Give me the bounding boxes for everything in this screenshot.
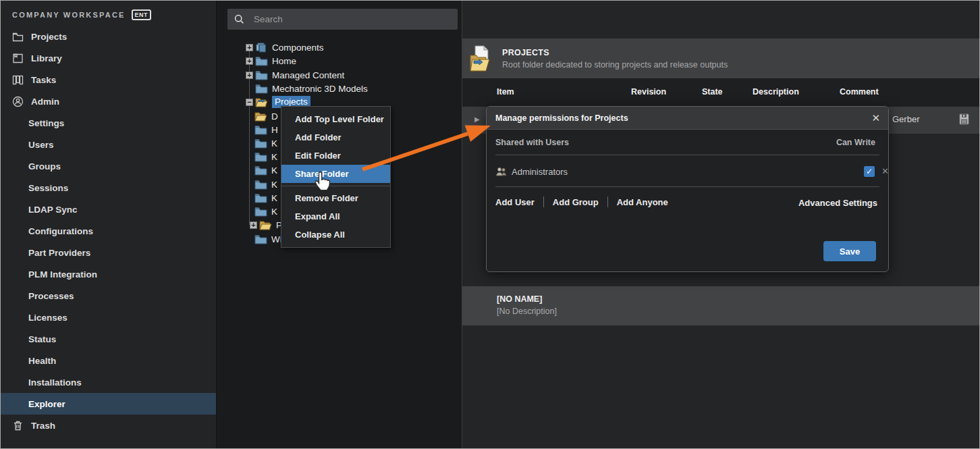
sidebar-item-explorer[interactable]: Explorer bbox=[0, 393, 216, 415]
sidebar-item-label: Projects bbox=[31, 32, 67, 42]
sidebar-item-plm-integration[interactable]: PLM Integration bbox=[0, 263, 216, 285]
menu-item-expand-all[interactable]: Expand All bbox=[281, 207, 390, 226]
sidebar-item-users[interactable]: Users bbox=[0, 134, 216, 155]
can-write-label: Can Write bbox=[836, 138, 875, 147]
folder-icon bbox=[255, 84, 268, 94]
search-box[interactable] bbox=[227, 9, 458, 30]
menu-item-add-folder[interactable]: Add Folder bbox=[281, 128, 390, 147]
tree-node-managed-content[interactable]: + Managed Content bbox=[217, 68, 462, 82]
sidebar-item-label: PLM Integration bbox=[28, 269, 97, 280]
sidebar-item-health[interactable]: Health bbox=[0, 350, 216, 371]
empty-item-name: [NO NAME] bbox=[497, 294, 980, 304]
tree-node-label: Components bbox=[272, 43, 324, 53]
menu-separator bbox=[281, 186, 390, 186]
menu-item-share-folder[interactable]: Share Folder bbox=[281, 165, 390, 183]
tree-expander-icon[interactable]: + bbox=[246, 44, 253, 51]
column-state[interactable]: State bbox=[702, 87, 723, 97]
sidebar-item-configurations[interactable]: Configurations bbox=[0, 220, 216, 242]
sidebar-item-tasks[interactable]: Tasks bbox=[0, 69, 216, 90]
components-icon bbox=[255, 43, 268, 53]
tree-node-mechatronic-3d-models[interactable]: Mechatronic 3D Models bbox=[217, 82, 462, 95]
sidebar-item-licenses[interactable]: Licenses bbox=[0, 307, 216, 328]
enterprise-badge: ENT bbox=[132, 9, 152, 20]
sidebar-item-library[interactable]: Library bbox=[0, 47, 216, 69]
column-revision[interactable]: Revision bbox=[631, 87, 666, 97]
can-write-checkbox[interactable]: ✓ bbox=[864, 166, 875, 177]
search-icon bbox=[234, 14, 244, 24]
column-comment[interactable]: Comment bbox=[840, 87, 879, 97]
sidebar-item-processes[interactable]: Processes bbox=[0, 285, 216, 307]
folder-icon bbox=[254, 207, 267, 217]
tree-expander-icon[interactable]: − bbox=[246, 99, 253, 106]
sidebar-item-label: Licenses bbox=[28, 313, 67, 323]
tree-node-label: Home bbox=[272, 56, 296, 66]
sidebar-item-status[interactable]: Status bbox=[0, 328, 216, 350]
sidebar-item-settings[interactable]: Settings bbox=[0, 112, 216, 134]
tree-node-home[interactable]: + Home bbox=[217, 54, 462, 68]
advanced-settings-button[interactable]: Advanced Settings bbox=[798, 198, 877, 208]
dialog-title: Manage permissions for Projects bbox=[495, 113, 628, 123]
trash-icon bbox=[12, 420, 24, 431]
divider bbox=[495, 155, 879, 155]
menu-item-add-top-level-folder[interactable]: Add Top Level Folder bbox=[281, 110, 390, 128]
folder-icon bbox=[255, 70, 268, 80]
folder-icon bbox=[12, 31, 24, 43]
add-user-button[interactable]: Add User bbox=[495, 197, 535, 207]
column-description[interactable]: Description bbox=[753, 87, 799, 97]
sidebar-item-label: Users bbox=[28, 140, 54, 150]
divider bbox=[607, 196, 608, 207]
sidebar-item-trash[interactable]: Trash bbox=[0, 415, 216, 436]
tree-node-label: Managed Content bbox=[272, 70, 344, 80]
group-name: Administrators bbox=[512, 167, 568, 177]
menu-item-edit-folder[interactable]: Edit Folder bbox=[281, 147, 390, 165]
sidebar-item-label: LDAP Sync bbox=[28, 205, 78, 215]
folder-icon bbox=[254, 125, 267, 135]
folder-icon bbox=[254, 180, 267, 190]
app-window: COMPANY WORKSPACE ENT Projects Library bbox=[0, 0, 980, 449]
menu-item-collapse-all[interactable]: Collapse All bbox=[281, 226, 390, 244]
sidebar-item-groups[interactable]: Groups bbox=[0, 155, 216, 177]
sidebar-item-label: Health bbox=[28, 356, 56, 366]
sidebar-item-projects[interactable]: Projects bbox=[0, 26, 216, 47]
tree-node-label: K bbox=[271, 207, 277, 217]
tree-node-label: K bbox=[271, 138, 277, 149]
sidebar-item-label: Trash bbox=[31, 421, 55, 431]
menu-item-remove-folder[interactable]: Remove Folder bbox=[281, 189, 390, 207]
add-group-button[interactable]: Add Group bbox=[553, 197, 599, 207]
empty-item-description: [No Description] bbox=[497, 307, 980, 316]
sidebar-item-label: Installations bbox=[28, 377, 82, 388]
sidebar-nav: Projects Library Tasks Admin Setti bbox=[0, 26, 216, 436]
tree-expander-icon[interactable]: + bbox=[246, 57, 253, 65]
search-input[interactable] bbox=[252, 14, 451, 25]
table-row-empty[interactable]: [NO NAME] [No Description] bbox=[462, 286, 980, 325]
sidebar-item-part-providers[interactable]: Part Providers bbox=[0, 242, 216, 263]
sidebar-item-installations[interactable]: Installations bbox=[0, 371, 216, 393]
column-item[interactable]: Item bbox=[497, 87, 514, 97]
sidebar-item-label: Groups bbox=[28, 161, 61, 171]
remove-entry-icon[interactable]: ✕ bbox=[881, 166, 889, 176]
tree-node-components[interactable]: + Components bbox=[217, 41, 462, 54]
sidebar-item-admin[interactable]: Admin bbox=[0, 90, 216, 112]
folder-icon bbox=[255, 56, 268, 66]
tree-node-label: H bbox=[271, 125, 278, 135]
tree-expander-icon[interactable]: + bbox=[246, 72, 253, 79]
add-anyone-button[interactable]: Add Anyone bbox=[617, 197, 668, 207]
sidebar-item-ldap-sync[interactable]: LDAP Sync bbox=[0, 199, 216, 220]
sidebar-item-sessions[interactable]: Sessions bbox=[0, 177, 216, 199]
user-icon bbox=[12, 96, 24, 107]
tree-node-label: K bbox=[271, 180, 277, 190]
open-folder-icon bbox=[254, 111, 267, 122]
tree-expander-icon[interactable]: + bbox=[250, 221, 257, 229]
save-button[interactable]: Save bbox=[823, 241, 876, 261]
sidebar: COMPANY WORKSPACE ENT Projects Library bbox=[0, 0, 217, 449]
sidebar-item-label: Library bbox=[31, 53, 62, 63]
row-expand-icon[interactable]: ▶ bbox=[474, 115, 480, 123]
sidebar-item-label: Sessions bbox=[28, 183, 68, 193]
sidebar-item-label: Part Providers bbox=[28, 248, 90, 258]
folder-icon bbox=[254, 138, 267, 149]
folder-header: PROJECTS Root folder dedicated to storin… bbox=[462, 38, 980, 78]
folder-icon bbox=[254, 234, 267, 244]
close-icon[interactable]: ✕ bbox=[871, 113, 880, 123]
shared-section-header: Shared with Users Can Write bbox=[495, 138, 875, 147]
folder-description: Root folder dedicated to storing project… bbox=[502, 60, 728, 70]
